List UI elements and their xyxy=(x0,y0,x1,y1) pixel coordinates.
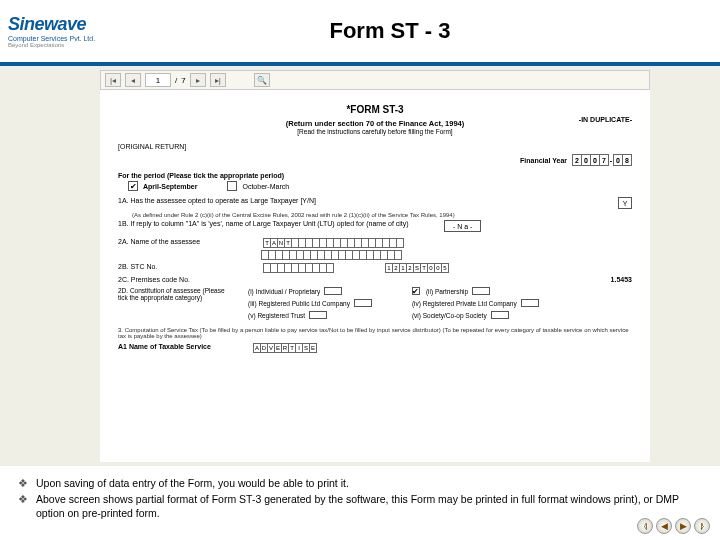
nav-prev-button[interactable]: ◀ xyxy=(656,518,672,534)
q1b-label: 1B. If reply to column "1A" is 'yes', na… xyxy=(118,220,438,227)
logo: Sinewave Computer Services Pvt. Ltd. Bey… xyxy=(8,14,128,48)
q2a-label: 2A. Name of the assessee xyxy=(118,238,248,245)
c-iii-box[interactable] xyxy=(354,299,372,307)
c-iv-label: (iv) Registered Private Ltd Company xyxy=(412,300,517,307)
a1-row: A1 Name of Taxable Service ADVERTISE xyxy=(118,343,632,353)
page-title: Form ST - 3 xyxy=(128,18,712,44)
bullet-icon: ❖ xyxy=(18,492,28,520)
footer-bullet-1: Upon saving of data entry of the Form, y… xyxy=(36,476,349,490)
q2a-cells-2 xyxy=(262,250,632,260)
page-total: 7 xyxy=(181,76,185,85)
nav-last-button[interactable]: ⦊ xyxy=(694,518,710,534)
nav-next-button[interactable]: ▶ xyxy=(675,518,691,534)
a1-cells: ADVERTISE xyxy=(254,343,317,353)
financial-year-row: Financial Year 2 0 0 7 - 0 8 xyxy=(118,154,632,166)
viewer-toolbar: |◂ ◂ / 7 ▸ ▸| 🔍 xyxy=(100,70,650,90)
c-i-label: (i) Individual / Proprietary xyxy=(248,288,320,295)
period-b-checkbox[interactable] xyxy=(227,181,237,191)
section3-label: 3. Computation of Service Tax (To be fil… xyxy=(118,327,632,339)
period-b-label: October-March xyxy=(242,183,289,190)
q2c-label: 2C. Premises code No. xyxy=(118,276,248,283)
next-page-button[interactable]: ▸ xyxy=(190,73,206,87)
period-label: For the period (Please tick the appropri… xyxy=(118,172,632,179)
c-ii-box[interactable] xyxy=(472,287,490,295)
page-current-input[interactable] xyxy=(145,73,171,87)
a1-label: A1 Name of Taxable Service xyxy=(118,343,238,350)
form-page: *FORM ST-3 -IN DUPLICATE- (Return under … xyxy=(100,90,650,462)
last-page-button[interactable]: ▸| xyxy=(210,73,226,87)
form-heading: *FORM ST-3 xyxy=(118,104,632,115)
slide-header: Sinewave Computer Services Pvt. Ltd. Bey… xyxy=(0,0,720,64)
c-iii-label: (iii) Registered Public Ltd Company xyxy=(248,300,350,307)
c-v-box[interactable] xyxy=(309,311,327,319)
bullet-icon: ❖ xyxy=(18,476,28,490)
q1b-value: - N a - xyxy=(444,220,481,232)
slide-nav: ⦉ ◀ ▶ ⦊ xyxy=(637,518,710,534)
fy-label: Financial Year xyxy=(520,157,567,164)
q2b-label: 2B. STC No. xyxy=(118,263,248,270)
original-return-label: [ORIGINAL RETURN] xyxy=(118,143,632,150)
footer-bullet-2: Above screen shows partial format of For… xyxy=(36,492,702,520)
q1a-value: Y xyxy=(618,197,632,209)
q2d-label: 2D. Constitution of assessee (Please tic… xyxy=(118,287,228,301)
c-vi-box[interactable] xyxy=(491,311,509,319)
fy-cell: 8 xyxy=(622,154,632,166)
c-ii-check[interactable]: ✔ xyxy=(412,287,420,295)
c-ii-label: (ii) Partnership xyxy=(426,288,468,295)
q2b-cells-left xyxy=(264,263,334,273)
logo-brand: Sinewave xyxy=(8,14,128,35)
c-vi-label: (vi) Society/Co-op Society xyxy=(412,312,487,319)
footer-notes: ❖Upon saving of data entry of the Form, … xyxy=(0,466,720,533)
q1a-row: 1A. Has the assessee opted to operate as… xyxy=(118,197,632,209)
nav-first-button[interactable]: ⦉ xyxy=(637,518,653,534)
c-v-label: (v) Registered Trust xyxy=(248,312,305,319)
c-i-box[interactable] xyxy=(324,287,342,295)
period-a-checkbox[interactable]: ✔ xyxy=(128,181,138,191)
period-options: ✔April-September October-March xyxy=(118,181,632,191)
q2a-row: 2A. Name of the assessee T A N T xyxy=(118,238,632,248)
fy-cells: 2 0 0 7 - 0 8 xyxy=(573,154,632,166)
period-a-label: April-September xyxy=(143,183,197,190)
q2a-cells: T A N T xyxy=(264,238,404,248)
q1b-row: 1B. If reply to column "1A" is 'yes', na… xyxy=(118,220,632,232)
q1a-hint: (As defined under Rule 2 (c)(ii) of the … xyxy=(118,212,632,218)
q2b-row: 2B. STC No. 1212ST005 xyxy=(118,263,632,273)
logo-subtitle: Computer Services Pvt. Ltd. xyxy=(8,35,128,42)
c-iv-box[interactable] xyxy=(521,299,539,307)
page-sep: / xyxy=(175,76,177,85)
q1a-label: 1A. Has the assessee opted to operate as… xyxy=(118,197,316,204)
logo-tagline: Beyond Expectations xyxy=(8,42,128,48)
first-page-button[interactable]: |◂ xyxy=(105,73,121,87)
form-subheading2: [Read the instructions carefully before … xyxy=(118,128,632,135)
form-viewer: |◂ ◂ / 7 ▸ ▸| 🔍 *FORM ST-3 -IN DUPLICATE… xyxy=(0,66,720,466)
q2c-value: 1.5453 xyxy=(611,276,632,283)
prev-page-button[interactable]: ◂ xyxy=(125,73,141,87)
form-subheading1: (Return under section 70 of the Finance … xyxy=(118,119,632,128)
q2d-section: 2D. Constitution of assessee (Please tic… xyxy=(118,287,632,319)
q2c-row: 2C. Premises code No. 1.5453 xyxy=(118,276,632,283)
duplicate-label: -IN DUPLICATE- xyxy=(579,116,632,123)
q2b-cells-right: 1212ST005 xyxy=(386,263,449,273)
search-button[interactable]: 🔍 xyxy=(254,73,270,87)
